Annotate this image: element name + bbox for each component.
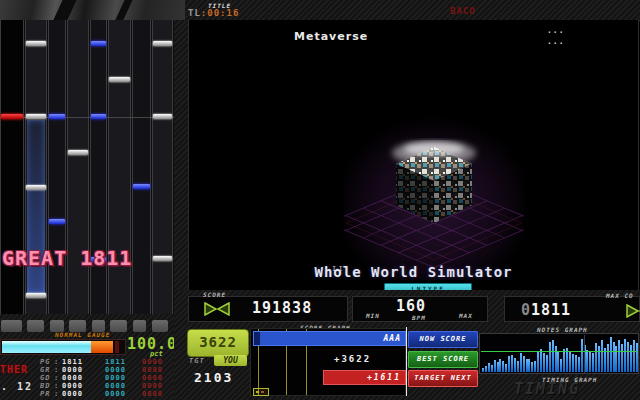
histogram-bar [557,351,559,372]
histogram-bar [546,355,548,372]
timing-position-line [584,335,585,373]
note-blue [49,219,65,224]
histogram-bar [494,360,496,372]
bga-dots-2: ... [547,37,564,46]
rank-bowtie-icon-right [626,304,640,318]
histogram-bar [581,339,583,372]
now-rank: AAA [384,334,401,343]
bottom-panel: SCORE 191838 MIN 160 BPM MAX MAX CO 0181… [174,290,640,400]
note-white [153,114,172,119]
bpm-min-label: MIN [366,312,380,319]
level-text: . 12 [1,381,33,392]
graph-position-tag [253,388,269,396]
gauge-hot-segment [91,341,113,353]
maxcombo-pad: 0 [521,301,531,319]
histogram-bar [552,340,554,372]
histogram-bar [624,339,626,372]
note-blue [91,41,106,46]
histogram-bar [630,345,632,372]
banner-shape [115,0,132,20]
timing-graph-plot [479,333,639,374]
maxcombo-label: MAX CO [606,292,634,299]
stage-banner-image [0,0,185,20]
banner-shape [53,0,76,20]
histogram-bar [555,346,557,372]
lane-blue [132,20,151,314]
note-blue [91,114,106,119]
histogram-bar [563,349,565,372]
histogram-bar [549,342,551,372]
target-name-badge: YOU [214,355,247,366]
key-beam [110,320,127,332]
timer-prefix: TL [188,8,201,18]
note-white [68,150,88,155]
rank-bowtie-icon [204,302,230,316]
score-value: 191838 [252,299,312,317]
histogram-bar [610,337,612,372]
top-bar: TITLE TL:00:16 BACO [185,0,640,21]
lane-white [152,20,173,314]
key-beam [133,320,146,332]
bga-dots-1: ... [547,26,564,35]
score-label: SCORE [203,291,226,298]
note-white [26,293,46,298]
histogram-bar [511,355,513,372]
judgement-combo-text: GREAT 1811 [2,246,132,270]
bga-cube-image [344,115,524,280]
best-score-diff: +3622 [334,354,371,364]
gauge-label: NORMAL GAUGE [55,331,110,338]
bpm-label: BPM [412,314,426,321]
field-edge [174,20,188,290]
histogram-bar [569,351,571,372]
maxcombo-value: 01811 [521,301,571,319]
histogram-bar [578,357,580,372]
histogram-bar [575,355,577,372]
bga-overlay-title: Metaverse [294,30,368,43]
maxcombo-digits: 1811 [531,301,571,319]
histogram-bar [560,359,562,372]
histogram-bar [592,353,594,372]
note-white [26,41,46,46]
now-score-tag: NOW SCORE [408,331,478,348]
note-red [1,114,23,119]
note-white [26,114,46,119]
key-beam [27,320,44,332]
histogram-bar [531,362,533,372]
target-score-value: 2103 [194,370,233,385]
histogram-bar [502,361,504,372]
bpm-value: 160 [396,297,426,315]
note-white [153,256,172,261]
note-blue [49,114,65,119]
histogram-bar [528,359,530,372]
histogram-bar [491,365,493,372]
gauge-unit: pct [150,350,163,358]
key-beam [152,320,168,332]
histogram-bar [537,351,539,372]
judge-row-bd: BD:000000000000 [40,382,176,390]
pace-value: 3622 [199,334,237,350]
histogram-bar [505,364,507,372]
bpm-max-label: MAX [459,312,473,319]
histogram-bar [586,350,588,372]
histogram-bar [534,361,536,372]
histogram-bar [497,362,499,372]
judge-row-pg: PG:181118110000 [40,358,176,366]
timing-cover-text: TIMING COVER [514,380,640,400]
histogram-bar [607,344,609,372]
judge-row-gd: GD:000000000000 [40,374,176,382]
histogram-bar [540,349,542,372]
histogram-bar [621,344,623,372]
timer-value: :00:16 [201,8,240,18]
histogram-bar [488,363,490,372]
groove-gauge [0,339,126,355]
gameplay-screen: TITLE TL:00:16 BACO Metaverse ... ... [0,0,640,400]
best-score-tag: BEST SCORE [408,351,478,368]
difficulty-text: THER [0,364,28,375]
histogram-bar [482,368,484,372]
bga-panel: Metaverse ... ... [188,20,639,290]
note-blue [133,184,150,189]
histogram-bar [508,356,510,372]
play-timer: TL:00:16 [188,8,239,18]
histogram-bar [523,356,525,372]
histogram-bar [618,340,620,372]
